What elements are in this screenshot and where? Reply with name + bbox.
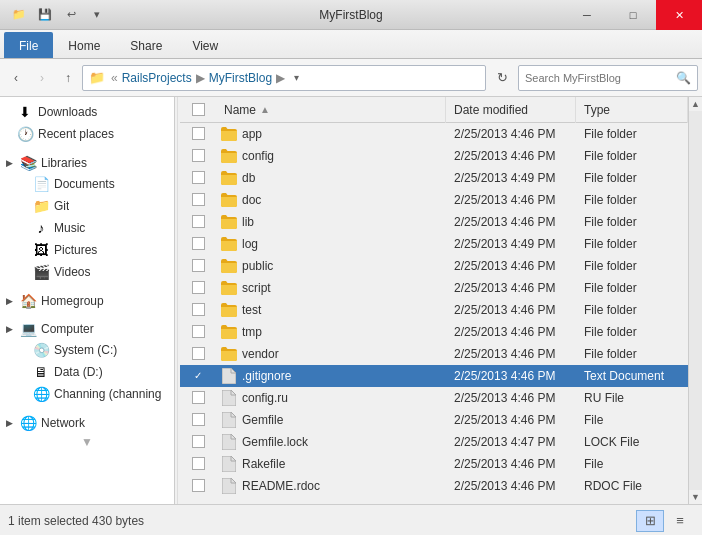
row-checkbox[interactable] (192, 127, 205, 140)
col-type-label: Type (584, 103, 610, 117)
sidebar-group-homegroup[interactable]: ▶ 🏠 Homegroup (0, 289, 174, 311)
row-checkbox[interactable] (192, 413, 205, 426)
qat-dropdown-icon[interactable]: ▾ (86, 4, 108, 26)
row-checkbox-cell (180, 193, 216, 206)
folder-icon (220, 257, 238, 275)
path-part-blog[interactable]: MyFirstBlog (209, 71, 272, 85)
sidebar-item-documents[interactable]: 📄 Documents (16, 173, 174, 195)
tab-home[interactable]: Home (53, 32, 115, 58)
col-name-sort-icon: ▲ (260, 104, 270, 115)
table-row[interactable]: config.ru2/25/2013 4:46 PMRU File (180, 387, 688, 409)
search-input[interactable] (525, 72, 676, 84)
row-checkbox-cell (180, 435, 216, 448)
table-row[interactable]: Gemfile2/25/2013 4:46 PMFile (180, 409, 688, 431)
row-checkbox[interactable] (192, 303, 205, 316)
sidebar-item-music[interactable]: ♪ Music (16, 217, 174, 239)
row-checkbox[interactable] (192, 281, 205, 294)
file-area: Name ▲ Date modified Type app2/25/2013 4… (180, 97, 688, 504)
file-icon (220, 389, 238, 407)
row-checkbox[interactable] (192, 149, 205, 162)
up-button[interactable]: ↑ (56, 65, 80, 91)
row-checkbox-cell (180, 303, 216, 316)
row-checkbox[interactable] (192, 347, 205, 360)
row-checkbox[interactable] (192, 237, 205, 250)
row-checkbox[interactable] (192, 325, 205, 338)
main-right-scrollbar[interactable]: ▲ ▼ (688, 97, 702, 504)
row-checkbox[interactable] (192, 391, 205, 404)
list-view-icon: ⊞ (645, 513, 656, 528)
sidebar-item-system-c[interactable]: 💿 System (C:) (16, 339, 174, 361)
sidebar-item-data-d[interactable]: 🖥 Data (D:) (16, 361, 174, 383)
row-checkbox[interactable] (192, 479, 205, 492)
path-sep-3: ▶ (276, 71, 285, 85)
table-row[interactable]: db2/25/2013 4:49 PMFile folder (180, 167, 688, 189)
table-row[interactable]: vendor2/25/2013 4:46 PMFile folder (180, 343, 688, 365)
sidebar-group-network[interactable]: ▶ 🌐 Network (0, 411, 174, 433)
tab-file[interactable]: File (4, 32, 53, 58)
table-row[interactable]: Rakefile2/25/2013 4:46 PMFile (180, 453, 688, 475)
sidebar-group-libraries[interactable]: ▶ 📚 Libraries (0, 151, 174, 173)
address-path[interactable]: 📁 « RailsProjects ▶ MyFirstBlog ▶ ▾ (82, 65, 486, 91)
col-header-date[interactable]: Date modified (446, 97, 576, 123)
file-type-cell: File folder (576, 325, 688, 339)
qat-save-icon[interactable]: 💾 (34, 4, 56, 26)
file-list-scroll[interactable]: app2/25/2013 4:46 PMFile folderconfig2/2… (180, 123, 688, 504)
sidebar-item-channing[interactable]: 🌐 Channing (channing (16, 383, 174, 405)
table-row[interactable]: public2/25/2013 4:46 PMFile folder (180, 255, 688, 277)
table-row[interactable]: ✓.gitignore2/25/2013 4:46 PMText Documen… (180, 365, 688, 387)
close-button[interactable]: ✕ (656, 0, 702, 30)
scroll-down-arrow[interactable]: ▼ (689, 490, 703, 504)
address-dropdown-button[interactable]: ▾ (287, 65, 305, 91)
sidebar-resize-handle[interactable] (175, 97, 180, 504)
table-row[interactable]: app2/25/2013 4:46 PMFile folder (180, 123, 688, 145)
sidebar-item-downloads[interactable]: ⬇ Downloads (0, 101, 174, 123)
detail-view-button[interactable]: ≡ (666, 510, 694, 532)
tab-share[interactable]: Share (115, 32, 177, 58)
list-view-button[interactable]: ⊞ (636, 510, 664, 532)
forward-button[interactable]: › (30, 65, 54, 91)
sidebar-item-label-system-c: System (C:) (54, 343, 117, 357)
row-checkbox[interactable] (192, 215, 205, 228)
scroll-up-arrow[interactable]: ▲ (689, 97, 703, 111)
network-arrow-icon: ▶ (6, 418, 16, 428)
table-row[interactable]: lib2/25/2013 4:46 PMFile folder (180, 211, 688, 233)
file-icon (220, 367, 238, 385)
sidebar-group-computer[interactable]: ▶ 💻 Computer (0, 317, 174, 339)
col-header-name[interactable]: Name ▲ (216, 97, 446, 123)
row-checkbox[interactable] (192, 435, 205, 448)
qat-undo-icon[interactable]: ↩ (60, 4, 82, 26)
minimize-button[interactable]: ─ (564, 0, 610, 30)
table-row[interactable]: config2/25/2013 4:46 PMFile folder (180, 145, 688, 167)
sidebar-item-videos[interactable]: 🎬 Videos (16, 261, 174, 283)
table-row[interactable]: README.rdoc2/25/2013 4:46 PMRDOC File (180, 475, 688, 497)
table-row[interactable]: log2/25/2013 4:49 PMFile folder (180, 233, 688, 255)
back-button[interactable]: ‹ (4, 65, 28, 91)
table-row[interactable]: tmp2/25/2013 4:46 PMFile folder (180, 321, 688, 343)
table-row[interactable]: script2/25/2013 4:46 PMFile folder (180, 277, 688, 299)
file-type-cell: File folder (576, 259, 688, 273)
table-row[interactable]: doc2/25/2013 4:46 PMFile folder (180, 189, 688, 211)
refresh-button[interactable]: ↻ (488, 65, 516, 91)
row-checkbox[interactable] (192, 457, 205, 470)
view-buttons: ⊞ ≡ (636, 510, 694, 532)
sidebar-item-label-videos: Videos (54, 265, 90, 279)
libraries-arrow-icon: ▶ (6, 158, 16, 168)
table-row[interactable]: Gemfile.lock2/25/2013 4:47 PMLOCK File (180, 431, 688, 453)
col-header-type[interactable]: Type (576, 97, 688, 123)
qat-folder-icon[interactable]: 📁 (8, 4, 30, 26)
row-checkbox[interactable] (192, 171, 205, 184)
row-checkbox[interactable] (192, 259, 205, 272)
tab-view[interactable]: View (177, 32, 233, 58)
sidebar-item-pictures[interactable]: 🖼 Pictures (16, 239, 174, 261)
path-part-rails[interactable]: RailsProjects (122, 71, 192, 85)
maximize-button[interactable]: □ (610, 0, 656, 30)
sidebar-item-recent-places[interactable]: 🕐 Recent places (0, 123, 174, 145)
row-checkbox[interactable] (192, 193, 205, 206)
header-checkbox[interactable] (192, 103, 205, 116)
file-date-cell: 2/25/2013 4:46 PM (446, 193, 576, 207)
search-icon[interactable]: 🔍 (676, 71, 691, 85)
row-checkbox[interactable]: ✓ (192, 369, 205, 382)
table-row[interactable]: test2/25/2013 4:46 PMFile folder (180, 299, 688, 321)
main-layout: ⬇ Downloads 🕐 Recent places ▶ 📚 Librarie… (0, 97, 702, 504)
sidebar-item-git[interactable]: 📁 Git (16, 195, 174, 217)
